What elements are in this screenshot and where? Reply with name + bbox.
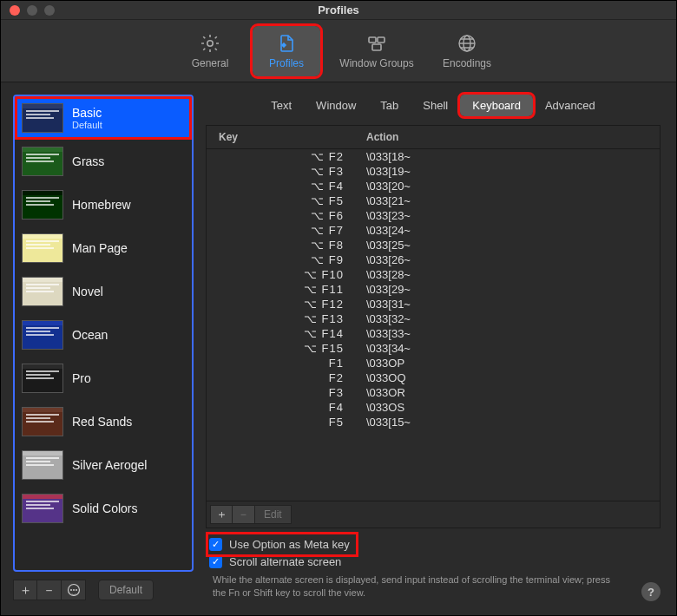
profile-name: Basic bbox=[72, 106, 102, 120]
table-row[interactable]: ⌥ F3\033[19~ bbox=[207, 164, 660, 179]
table-row[interactable]: F3\033OR bbox=[207, 385, 660, 400]
profiles-icon bbox=[276, 33, 297, 54]
profile-sublabel: Default bbox=[72, 120, 102, 130]
table-row[interactable]: F2\033OQ bbox=[207, 370, 660, 385]
profile-name: Man Page bbox=[72, 241, 128, 255]
table-row[interactable]: ⌥ F10\033[28~ bbox=[207, 267, 660, 282]
tab-encodings[interactable]: Encodings bbox=[433, 26, 501, 76]
section-tab[interactable]: Tab bbox=[368, 95, 411, 116]
preferences-window: Profiles General Profiles Window Groups … bbox=[0, 0, 677, 616]
profile-item-silver-aerogel[interactable]: Silver Aerogel bbox=[15, 443, 192, 487]
profile-item-red-sands[interactable]: Red Sands bbox=[15, 400, 192, 443]
table-row[interactable]: F1\033OP bbox=[207, 356, 660, 370]
table-row[interactable]: ⌥ F8\033[25~ bbox=[207, 238, 660, 252]
table-row[interactable]: F4\033OS bbox=[207, 400, 660, 415]
remove-profile-button[interactable]: － bbox=[37, 580, 62, 600]
section-window[interactable]: Window bbox=[304, 95, 368, 116]
profile-item-man-page[interactable]: Man Page bbox=[15, 226, 192, 270]
profile-name: Silver Aerogel bbox=[72, 458, 147, 472]
action-cell: \033OS bbox=[366, 401, 647, 414]
keyboard-options: ✓ Use Option as Meta key ✓ Scroll altern… bbox=[206, 528, 661, 603]
remove-binding-button[interactable]: － bbox=[233, 505, 255, 524]
action-cell: \033[28~ bbox=[366, 268, 647, 281]
svg-point-0 bbox=[207, 40, 213, 45]
section-shell[interactable]: Shell bbox=[411, 95, 460, 116]
checkbox-checked-icon[interactable]: ✓ bbox=[209, 538, 222, 551]
scroll-alternate-row[interactable]: ✓ Scroll alternate screen bbox=[209, 554, 657, 570]
profile-thumbnail bbox=[22, 233, 63, 263]
key-bindings-table[interactable]: Key Action ⌥ F2\033[18~⌥ F3\033[19~⌥ F4\… bbox=[206, 125, 661, 528]
key-cell: F2 bbox=[219, 371, 366, 384]
profile-label: Man Page bbox=[72, 241, 128, 255]
profile-thumbnail bbox=[22, 277, 63, 306]
sidebar-footer: ＋ － Default bbox=[13, 577, 194, 603]
profile-item-homebrew[interactable]: Homebrew bbox=[15, 183, 192, 226]
table-header: Key Action bbox=[207, 126, 660, 149]
add-binding-button[interactable]: ＋ bbox=[210, 505, 233, 524]
action-cell: \033[19~ bbox=[366, 165, 647, 178]
key-cell: ⌥ F12 bbox=[219, 298, 366, 311]
section-advanced[interactable]: Advanced bbox=[533, 95, 608, 116]
profile-name: Pro bbox=[72, 371, 91, 385]
table-row[interactable]: ⌥ F11\033[29~ bbox=[207, 282, 660, 297]
profile-item-grass[interactable]: Grass bbox=[15, 140, 192, 183]
option-as-meta-row[interactable]: ✓ Use Option as Meta key bbox=[209, 535, 355, 554]
profile-thumbnail bbox=[22, 407, 63, 436]
globe-icon bbox=[457, 33, 477, 54]
profile-item-basic[interactable]: BasicDefault bbox=[15, 96, 192, 140]
window-title: Profiles bbox=[1, 3, 676, 16]
help-button[interactable]: ? bbox=[641, 582, 661, 601]
window-groups-icon bbox=[366, 33, 387, 54]
svg-point-1 bbox=[282, 43, 286, 46]
tab-general[interactable]: General bbox=[176, 26, 244, 76]
action-cell: \033[26~ bbox=[366, 253, 647, 266]
column-key-header: Key bbox=[219, 131, 366, 143]
action-cell: \033[29~ bbox=[366, 283, 647, 296]
profile-thumbnail bbox=[22, 147, 63, 176]
table-row[interactable]: ⌥ F5\033[21~ bbox=[207, 193, 660, 208]
tab-profiles[interactable]: Profiles bbox=[253, 26, 320, 76]
set-default-button[interactable]: Default bbox=[98, 580, 154, 600]
tab-profiles-label: Profiles bbox=[269, 57, 304, 69]
action-cell: \033OP bbox=[366, 357, 647, 370]
table-row[interactable]: ⌥ F14\033[33~ bbox=[207, 326, 660, 341]
table-row[interactable]: F5\033[15~ bbox=[207, 415, 660, 429]
profile-item-pro[interactable]: Pro bbox=[15, 357, 192, 400]
table-row[interactable]: ⌥ F7\033[24~ bbox=[207, 223, 660, 238]
profile-item-ocean[interactable]: Ocean bbox=[15, 313, 192, 357]
table-body[interactable]: ⌥ F2\033[18~⌥ F3\033[19~⌥ F4\033[20~⌥ F5… bbox=[207, 149, 660, 501]
title-bar: Profiles bbox=[1, 1, 676, 20]
action-cell: \033[33~ bbox=[366, 327, 647, 340]
profile-actions-menu[interactable] bbox=[62, 580, 86, 600]
profile-thumbnail bbox=[22, 103, 63, 133]
tab-general-label: General bbox=[192, 57, 229, 69]
action-cell: \033[23~ bbox=[366, 209, 647, 222]
profile-item-solid-colors[interactable]: Solid Colors bbox=[15, 487, 192, 530]
profile-item-novel[interactable]: Novel bbox=[15, 270, 192, 313]
add-profile-button[interactable]: ＋ bbox=[13, 580, 37, 600]
edit-binding-button[interactable]: Edit bbox=[255, 505, 292, 524]
key-cell: ⌥ F8 bbox=[219, 239, 366, 252]
section-keyboard[interactable]: Keyboard bbox=[460, 95, 533, 116]
table-row[interactable]: ⌥ F2\033[18~ bbox=[207, 149, 660, 164]
action-cell: \033[34~ bbox=[366, 342, 647, 355]
table-row[interactable]: ⌥ F15\033[34~ bbox=[207, 341, 660, 356]
profile-label: BasicDefault bbox=[72, 106, 102, 130]
table-row[interactable]: ⌥ F6\033[23~ bbox=[207, 208, 660, 223]
table-row[interactable]: ⌥ F13\033[32~ bbox=[207, 311, 660, 326]
profile-label: Solid Colors bbox=[72, 501, 137, 515]
profiles-sidebar[interactable]: BasicDefaultGrassHomebrewMan PageNovelOc… bbox=[13, 95, 194, 572]
ellipsis-circle-icon bbox=[67, 583, 81, 597]
section-text[interactable]: Text bbox=[259, 95, 304, 116]
svg-point-8 bbox=[70, 589, 72, 591]
table-row[interactable]: ⌥ F9\033[26~ bbox=[207, 252, 660, 267]
checkbox-checked-icon[interactable]: ✓ bbox=[209, 555, 222, 568]
tab-window-groups[interactable]: Window Groups bbox=[329, 26, 424, 76]
preferences-toolbar: General Profiles Window Groups Encodings bbox=[1, 20, 676, 82]
table-row[interactable]: ⌥ F12\033[31~ bbox=[207, 297, 660, 311]
table-row[interactable]: ⌥ F4\033[20~ bbox=[207, 179, 660, 193]
key-cell: ⌥ F6 bbox=[219, 209, 366, 222]
action-cell: \033[25~ bbox=[366, 239, 647, 252]
action-cell: \033[18~ bbox=[366, 150, 647, 163]
key-cell: ⌥ F9 bbox=[219, 253, 366, 266]
